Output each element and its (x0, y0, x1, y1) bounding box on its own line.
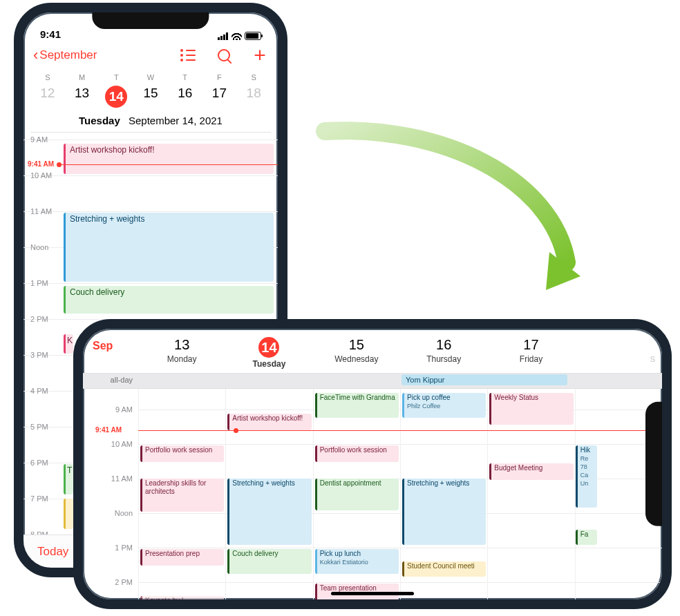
times-column: 9 AM 9:41 AM 10 AM 11 AM Noon 1 PM 2 PM (83, 389, 138, 609)
navbar: ‹ September + (23, 40, 278, 70)
now-label: 9:41 AM (28, 160, 54, 168)
hour-label: Noon (115, 509, 133, 517)
date-full: September 14, 2021 (129, 115, 223, 126)
day-letter: S (236, 73, 271, 81)
hour-label: 4 PM (30, 387, 58, 395)
hour-label: 2 PM (115, 578, 133, 586)
date-heading: Tuesday September 14, 2021 (30, 115, 271, 133)
day-number[interactable]: 13 (65, 86, 100, 108)
weekday-col-sat[interactable] (575, 337, 582, 373)
event[interactable]: Pick up coffee Philz Coffee (402, 393, 486, 418)
day-col-sat: Hik Re 78 Ca Un Fa (575, 389, 592, 609)
event-stretching[interactable]: Stretching + weights (64, 213, 274, 282)
day-number[interactable]: 17 (202, 86, 237, 108)
day-col-mon: Portfolio work session Leadership skills… (138, 389, 225, 609)
event-partial-k[interactable]: K (64, 334, 73, 354)
event[interactable]: Hik Re 78 Ca Un (576, 445, 597, 508)
allday-label: all-day (83, 374, 138, 388)
week-timeline[interactable]: 9 AM 9:41 AM 10 AM 11 AM Noon 1 PM 2 PM … (83, 389, 662, 609)
iphone-landscape-calendar-week: Sep 13 Monday 14 Tuesday 15 Wednesday 16… (73, 319, 672, 609)
hour-label: 10 AM (111, 440, 133, 448)
event[interactable]: Pick up lunch Kokkari Estiatorio (315, 549, 399, 574)
event[interactable]: Couch delivery (227, 549, 311, 574)
day-letter: W (133, 73, 168, 81)
chevron-left-icon: ‹ (33, 46, 38, 64)
event[interactable]: Stretching + weights (227, 479, 311, 545)
weekday-num: 15 (313, 337, 400, 353)
event[interactable]: Artist workshop kickoff! (227, 414, 311, 430)
hour-label: 9 AM (115, 405, 133, 414)
notch (92, 12, 209, 29)
event[interactable]: Budget Meeting (489, 463, 573, 480)
event-title: Pick up coffee (407, 394, 451, 401)
weekday-col-selected[interactable]: 14 Tuesday (225, 337, 312, 373)
date-dow: Tuesday (79, 115, 120, 126)
sat-hint: S (650, 355, 655, 363)
event[interactable]: Dentist appointment (315, 479, 399, 510)
now-label: 9:41 AM (95, 426, 122, 434)
event-sub: Re 78 Ca Un (580, 454, 594, 488)
hour-label: 11 AM (111, 474, 133, 483)
back-label: September (39, 48, 97, 62)
day-number[interactable]: 12 (30, 86, 65, 108)
day-number[interactable]: 16 (168, 86, 202, 108)
hour-label: 3 PM (30, 351, 58, 359)
search-button[interactable] (216, 47, 232, 64)
today-button[interactable]: Today (37, 545, 68, 559)
weekday-col[interactable]: 17 Friday (487, 337, 574, 373)
weekday-name: Tuesday (225, 359, 312, 369)
hour-label: 7 PM (30, 494, 58, 503)
month-label[interactable]: Sep (83, 337, 138, 373)
hour-label: 11 AM (30, 207, 58, 215)
event-partial-yellow[interactable] (64, 499, 73, 529)
weekday-name: Friday (487, 354, 574, 364)
list-icon (180, 49, 196, 61)
weekday-name: Monday (138, 354, 225, 364)
plus-icon: + (254, 49, 266, 61)
notch (645, 402, 662, 526)
event[interactable]: Fa (576, 530, 597, 545)
weekday-col[interactable]: 16 Thursday (400, 337, 487, 373)
event[interactable]: Keynote by L (140, 596, 224, 608)
weekday-num: 13 (138, 337, 225, 353)
day-letter: T (99, 73, 133, 81)
day-letter: M (65, 73, 100, 81)
event[interactable]: Student Council meeti (402, 561, 486, 577)
hour-label: 2 PM (30, 315, 58, 323)
event[interactable]: FaceTime with Grandma (315, 393, 399, 418)
now-indicator (61, 164, 278, 165)
battery-icon (245, 32, 261, 40)
week-header: Sep 13 Monday 14 Tuesday 15 Wednesday 16… (83, 329, 662, 374)
hour-label: 10 AM (30, 171, 58, 180)
search-icon (218, 49, 230, 61)
day-number[interactable]: 15 (133, 86, 168, 108)
event[interactable]: Leadership skills for architects (140, 479, 224, 512)
event-partial-t[interactable]: T (64, 464, 73, 494)
weekday-col[interactable]: 15 Wednesday (313, 337, 400, 373)
home-indicator (331, 592, 414, 595)
day-col-fri: Weekly Status Budget Meeting (487, 389, 574, 609)
day-letter: S (30, 73, 65, 81)
day-number[interactable]: 18 (236, 86, 271, 108)
event-title: Pick up lunch (320, 550, 361, 557)
rotation-arrow-icon (304, 117, 594, 311)
event[interactable]: Stretching + weights (402, 479, 486, 545)
event[interactable]: Portfolio work session (315, 445, 399, 462)
event[interactable]: Portfolio work session (140, 445, 224, 462)
event[interactable]: Presentation prep (140, 549, 224, 566)
event-artist-workshop[interactable]: Artist workshop kickoff! (64, 144, 274, 174)
event-couch-delivery[interactable]: Couch delivery (64, 286, 274, 314)
hour-label: 9 AM (30, 135, 58, 144)
day-number-selected[interactable]: 14 (105, 86, 127, 108)
weekday-col[interactable]: 13 Monday (138, 337, 225, 373)
hour-label: Noon (30, 243, 58, 251)
weekday-name: Thursday (400, 354, 487, 364)
list-view-button[interactable] (180, 47, 196, 64)
day-letter: T (168, 73, 202, 81)
status-indicators (218, 32, 261, 40)
event[interactable]: Weekly Status (489, 393, 573, 425)
day-col-wed: FaceTime with Grandma Portfolio work ses… (313, 389, 400, 609)
back-button[interactable]: ‹ September (33, 46, 97, 64)
day-col-tue: Artist workshop kickoff! Stretching + we… (225, 389, 312, 609)
add-event-button[interactable]: + (252, 47, 268, 64)
